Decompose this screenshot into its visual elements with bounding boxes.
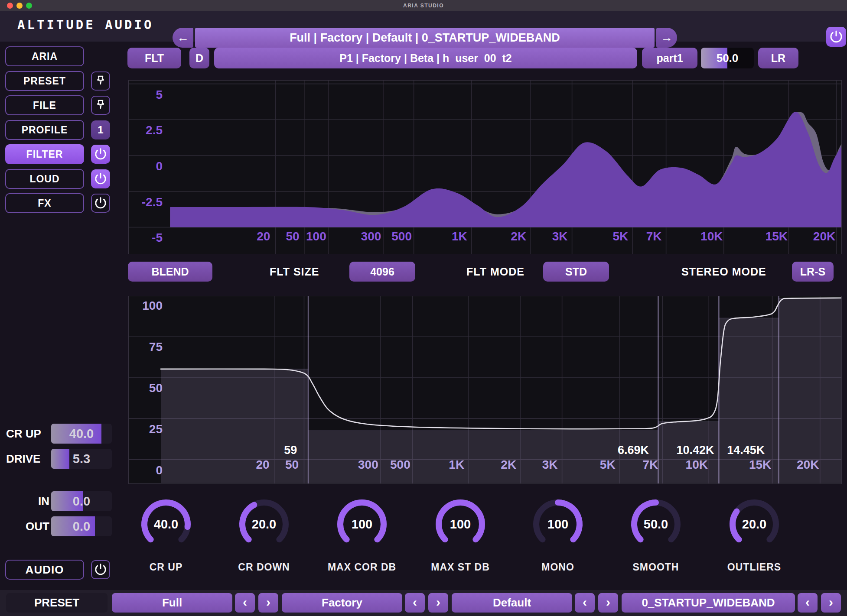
param-slider-out[interactable]: 0.0 bbox=[51, 516, 112, 536]
sidebar-item-label: PROFILE bbox=[22, 124, 68, 136]
flt-size-value-button[interactable]: 4096 bbox=[349, 262, 415, 282]
param-slider-drive[interactable]: 5.3 bbox=[51, 449, 112, 469]
param-label-out: OUT bbox=[6, 516, 49, 536]
sidebar-item-label: FX bbox=[38, 198, 51, 209]
svg-text:50: 50 bbox=[286, 230, 300, 243]
knob-value: 50.0 bbox=[644, 517, 668, 531]
filter-response-chart[interactable]: 52.50-2.5-520501003005001K2K3K5K7K10K15K… bbox=[128, 80, 842, 254]
preset-level-1-prev-button[interactable]: ‹ bbox=[235, 593, 255, 613]
power-button-filter[interactable] bbox=[91, 145, 110, 164]
chevron-left-icon: ‹ bbox=[243, 595, 247, 610]
preset-back-button[interactable]: ← bbox=[173, 28, 193, 48]
flt-mode-value-button[interactable]: STD bbox=[543, 262, 609, 282]
knob-max-st-db[interactable]: 100MAX ST DB bbox=[421, 494, 499, 579]
audio-button[interactable]: AUDIO bbox=[5, 560, 84, 580]
slider-value: 0.0 bbox=[51, 516, 112, 536]
svg-text:7K: 7K bbox=[643, 458, 658, 471]
sidebar-item-loud[interactable]: LOUD bbox=[5, 169, 84, 189]
chevron-left-icon: ‹ bbox=[413, 595, 417, 610]
svg-text:2.5: 2.5 bbox=[146, 123, 163, 137]
knob-outliers[interactable]: 20.0OUTLIERS bbox=[715, 494, 793, 579]
svg-text:5K: 5K bbox=[600, 458, 616, 471]
preset-level-4-prev-button[interactable]: ‹ bbox=[798, 593, 818, 613]
param-slider-in[interactable]: 0.0 bbox=[51, 491, 112, 511]
preset-path-display[interactable]: Full | Factory | Default | 0_STARTUP_WID… bbox=[195, 28, 655, 48]
power-icon bbox=[94, 173, 107, 185]
sidebar-item-label: PRESET bbox=[23, 75, 66, 87]
sidebar-item-label: FILE bbox=[33, 100, 56, 111]
flt-tab-button[interactable]: FLT bbox=[127, 48, 181, 68]
right-arrow-icon: → bbox=[661, 31, 673, 45]
part-select-button[interactable]: part1 bbox=[642, 48, 697, 68]
pin-icon bbox=[94, 99, 107, 111]
channel-lr-button[interactable]: LR bbox=[758, 48, 798, 68]
knob-max-cor-db[interactable]: 100MAX COR DB bbox=[323, 494, 401, 579]
blend-analysis-chart[interactable]: 596.69K10.42K14.45K100755025020503005001… bbox=[128, 296, 842, 484]
svg-text:20K: 20K bbox=[797, 458, 819, 471]
preset-level-3-prev-button[interactable]: ‹ bbox=[575, 593, 595, 613]
titlebar: ARIA STUDIO bbox=[0, 0, 847, 11]
knob-value: 40.0 bbox=[154, 517, 178, 531]
window-title: ARIA STUDIO bbox=[0, 0, 847, 11]
filter-mix-slider[interactable]: 50.0 bbox=[701, 48, 754, 68]
slider-value: 40.0 bbox=[51, 424, 112, 444]
blend-button[interactable]: BLEND bbox=[128, 262, 212, 282]
power-icon bbox=[94, 148, 107, 160]
knob-value: 100 bbox=[352, 517, 372, 531]
svg-text:10K: 10K bbox=[686, 458, 708, 471]
svg-text:50: 50 bbox=[285, 458, 299, 471]
preset-level-2-prev-button[interactable]: ‹ bbox=[405, 593, 425, 613]
param-label-cr-up: CR UP bbox=[6, 424, 49, 444]
power-button-fx[interactable] bbox=[91, 194, 110, 213]
sidebar-item-filter[interactable]: FILTER bbox=[5, 144, 84, 164]
svg-text:300: 300 bbox=[358, 458, 378, 471]
pin-button-file[interactable] bbox=[91, 96, 110, 115]
sidebar-item-profile[interactable]: PROFILE bbox=[5, 120, 84, 140]
svg-text:10K: 10K bbox=[700, 230, 723, 243]
chevron-left-icon: ‹ bbox=[583, 595, 587, 610]
preset-level-4-button[interactable]: 0_STARTUP_WIDEBAND bbox=[622, 593, 795, 613]
svg-text:20: 20 bbox=[256, 458, 269, 471]
knob-cr-down[interactable]: 20.0CR DOWN bbox=[225, 494, 303, 579]
d-toggle-button[interactable]: D bbox=[189, 48, 209, 68]
preset-level-2-next-button[interactable]: › bbox=[428, 593, 448, 613]
svg-text:3K: 3K bbox=[542, 458, 558, 471]
master-power-button[interactable] bbox=[826, 27, 846, 47]
sidebar-item-aria[interactable]: ARIA bbox=[5, 46, 84, 66]
knob-smooth[interactable]: 50.0SMOOTH bbox=[617, 494, 695, 579]
svg-text:5: 5 bbox=[156, 88, 163, 101]
knob-arc: 40.0 bbox=[134, 494, 199, 559]
svg-text:500: 500 bbox=[391, 230, 412, 243]
preset-bar-label-button[interactable]: PRESET bbox=[6, 593, 108, 613]
preset-level-2-button[interactable]: Factory bbox=[282, 593, 402, 613]
sidebar-item-file[interactable]: FILE bbox=[5, 95, 84, 115]
preset-level-1-button[interactable]: Full bbox=[112, 593, 232, 613]
audio-power-button[interactable] bbox=[91, 560, 110, 579]
preset-level-3-button[interactable]: Default bbox=[452, 593, 572, 613]
filter-patch-display[interactable]: P1 | Factory | Beta | h_user_00_t2 bbox=[214, 48, 637, 68]
param-label-drive: DRIVE bbox=[6, 449, 49, 469]
preset-level-4-next-button[interactable]: › bbox=[821, 593, 841, 613]
knob-value: 20.0 bbox=[252, 517, 276, 531]
power-button-loud[interactable] bbox=[91, 169, 110, 188]
svg-text:20: 20 bbox=[257, 230, 270, 243]
param-slider-cr-up[interactable]: 40.0 bbox=[51, 424, 112, 444]
power-icon bbox=[830, 30, 843, 43]
sidebar-item-fx[interactable]: FX bbox=[5, 193, 84, 213]
knob-mono[interactable]: 100MONO bbox=[519, 494, 597, 579]
knob-cr-up[interactable]: 40.0CR UP bbox=[127, 494, 205, 579]
sidebar-item-preset[interactable]: PRESET bbox=[5, 71, 84, 91]
preset-level-3-next-button[interactable]: › bbox=[598, 593, 618, 613]
filter-mix-value: 50.0 bbox=[701, 48, 754, 68]
svg-text:15K: 15K bbox=[766, 230, 788, 243]
stereo-mode-value-button[interactable]: LR-S bbox=[792, 262, 834, 282]
svg-text:3K: 3K bbox=[552, 230, 568, 243]
left-arrow-icon: ← bbox=[177, 31, 189, 45]
param-label-in: IN bbox=[6, 491, 49, 511]
knob-arc: 20.0 bbox=[231, 494, 296, 559]
preset-level-1-next-button[interactable]: › bbox=[258, 593, 278, 613]
pin-button-preset[interactable] bbox=[91, 71, 110, 91]
preset-forward-button[interactable]: → bbox=[656, 28, 677, 48]
knob-label: OUTLIERS bbox=[715, 561, 793, 573]
profile-count-button[interactable]: 1 bbox=[91, 120, 110, 139]
